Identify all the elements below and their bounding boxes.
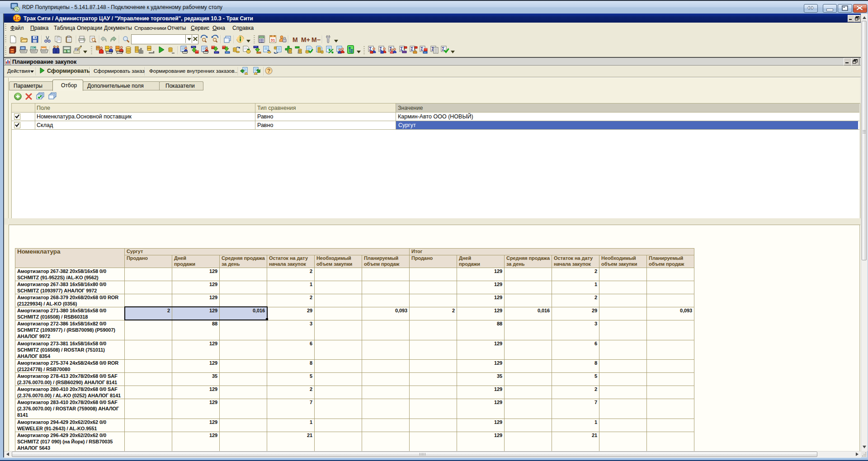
svg-text:Σ: Σ <box>380 47 382 52</box>
svg-text:Σ: Σ <box>401 47 403 52</box>
svg-text:Σ: Σ <box>421 47 424 52</box>
svg-text:1с: 1с <box>14 15 19 21</box>
svg-text:Σ: Σ <box>369 47 372 52</box>
svg-text:31: 31 <box>271 38 275 42</box>
svg-text:Σ: Σ <box>411 47 414 52</box>
svg-text:$: $ <box>66 50 68 53</box>
svg-text:?: ? <box>267 68 270 74</box>
